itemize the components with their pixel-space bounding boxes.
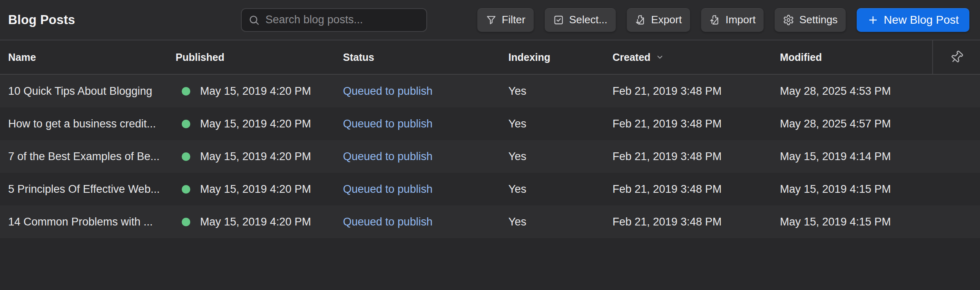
filter-icon xyxy=(486,14,497,26)
search-box xyxy=(241,8,427,32)
chevron-down-icon xyxy=(656,53,664,61)
status-link[interactable]: Queued to publish xyxy=(343,85,432,97)
cell-modified: May 15, 2019 4:15 PM xyxy=(780,183,932,196)
cell-name: 7 of the Best Examples of Be... xyxy=(0,150,176,163)
column-header-published[interactable]: Published xyxy=(176,40,343,74)
column-header-created[interactable]: Created xyxy=(612,40,780,74)
cell-name: How to get a business credit... xyxy=(0,118,176,130)
new-blog-post-label: New Blog Post xyxy=(884,13,959,27)
published-status-dot xyxy=(182,120,190,128)
cell-created: Feb 21, 2019 3:48 PM xyxy=(612,183,780,196)
table-row[interactable]: 7 of the Best Examples of Be... May 15, … xyxy=(0,140,980,173)
filter-button-label: Filter xyxy=(502,13,526,26)
column-header-created-label: Created xyxy=(612,51,650,63)
cell-status: Queued to publish xyxy=(343,183,508,196)
checkbox-icon xyxy=(553,14,564,26)
import-button[interactable]: Import xyxy=(701,8,764,32)
cell-status: Queued to publish xyxy=(343,216,508,228)
cell-status: Queued to publish xyxy=(343,118,508,130)
column-header-modified[interactable]: Modified xyxy=(780,40,932,74)
cell-modified: May 15, 2019 4:15 PM xyxy=(780,216,932,228)
published-date: May 15, 2019 4:20 PM xyxy=(200,85,311,98)
published-status-dot xyxy=(182,87,190,96)
table-row[interactable]: 5 Principles Of Effective Web... May 15,… xyxy=(0,173,980,205)
settings-button[interactable]: Settings xyxy=(775,8,846,32)
cell-indexing: Yes xyxy=(508,85,612,98)
status-link[interactable]: Queued to publish xyxy=(343,183,432,195)
select-button[interactable]: Select... xyxy=(545,8,616,32)
export-button-label: Export xyxy=(651,13,682,26)
search-input[interactable] xyxy=(241,8,427,32)
cell-created: Feb 21, 2019 3:48 PM xyxy=(612,118,780,130)
cell-created: Feb 21, 2019 3:48 PM xyxy=(612,150,780,163)
toolbar-actions: Filter Select... Export Import xyxy=(477,8,969,32)
cell-status: Queued to publish xyxy=(343,85,508,98)
column-header-indexing[interactable]: Indexing xyxy=(508,40,612,74)
status-link[interactable]: Queued to publish xyxy=(343,150,432,163)
gear-icon xyxy=(783,14,794,26)
published-date: May 15, 2019 4:20 PM xyxy=(200,150,311,163)
search-icon xyxy=(248,14,260,26)
import-button-label: Import xyxy=(726,13,756,26)
status-link[interactable]: Queued to publish xyxy=(343,118,432,130)
export-button[interactable]: Export xyxy=(627,8,690,32)
table-row[interactable]: How to get a business credit... May 15, … xyxy=(0,107,980,140)
new-blog-post-button[interactable]: New Blog Post xyxy=(857,8,969,32)
published-status-dot xyxy=(182,152,190,161)
cell-published: May 15, 2019 4:20 PM xyxy=(176,216,343,228)
table-header-row: Name Published Status Indexing Created M… xyxy=(0,40,980,75)
select-button-label: Select... xyxy=(569,13,608,26)
cell-modified: May 28, 2025 4:53 PM xyxy=(780,85,932,98)
top-bar: Blog Posts Filter Select... xyxy=(0,0,980,40)
column-header-status[interactable]: Status xyxy=(343,40,508,74)
cell-name: 5 Principles Of Effective Web... xyxy=(0,183,176,196)
settings-button-label: Settings xyxy=(799,13,837,26)
cell-indexing: Yes xyxy=(508,183,612,196)
published-date: May 15, 2019 4:20 PM xyxy=(200,183,311,196)
cell-modified: May 15, 2019 4:14 PM xyxy=(780,150,932,163)
pin-icon xyxy=(950,50,964,64)
cell-published: May 15, 2019 4:20 PM xyxy=(176,183,343,196)
cell-status: Queued to publish xyxy=(343,150,508,163)
export-icon xyxy=(635,14,646,26)
status-link[interactable]: Queued to publish xyxy=(343,216,432,228)
table-row[interactable]: 10 Quick Tips About Blogging May 15, 201… xyxy=(0,75,980,107)
filter-button[interactable]: Filter xyxy=(477,8,534,32)
cell-published: May 15, 2019 4:20 PM xyxy=(176,150,343,163)
cell-indexing: Yes xyxy=(508,118,612,130)
column-header-name[interactable]: Name xyxy=(0,40,176,74)
cell-created: Feb 21, 2019 3:48 PM xyxy=(612,85,780,98)
cell-name: 14 Common Problems with ... xyxy=(0,216,176,228)
plus-icon xyxy=(867,14,879,26)
cell-modified: May 28, 2025 4:57 PM xyxy=(780,118,932,130)
table-body: 10 Quick Tips About Blogging May 15, 201… xyxy=(0,75,980,238)
import-icon xyxy=(709,14,721,26)
cell-published: May 15, 2019 4:20 PM xyxy=(176,85,343,98)
published-status-dot xyxy=(182,218,190,226)
page-title: Blog Posts xyxy=(8,13,241,27)
published-date: May 15, 2019 4:20 PM xyxy=(200,216,311,228)
column-header-pin[interactable] xyxy=(932,40,980,74)
cell-published: May 15, 2019 4:20 PM xyxy=(176,118,343,130)
cell-name: 10 Quick Tips About Blogging xyxy=(0,85,176,98)
published-date: May 15, 2019 4:20 PM xyxy=(200,118,311,130)
published-status-dot xyxy=(182,185,190,194)
cell-created: Feb 21, 2019 3:48 PM xyxy=(612,216,780,228)
cell-indexing: Yes xyxy=(508,216,612,228)
table-row[interactable]: 14 Common Problems with ... May 15, 2019… xyxy=(0,205,980,238)
cell-indexing: Yes xyxy=(508,150,612,163)
